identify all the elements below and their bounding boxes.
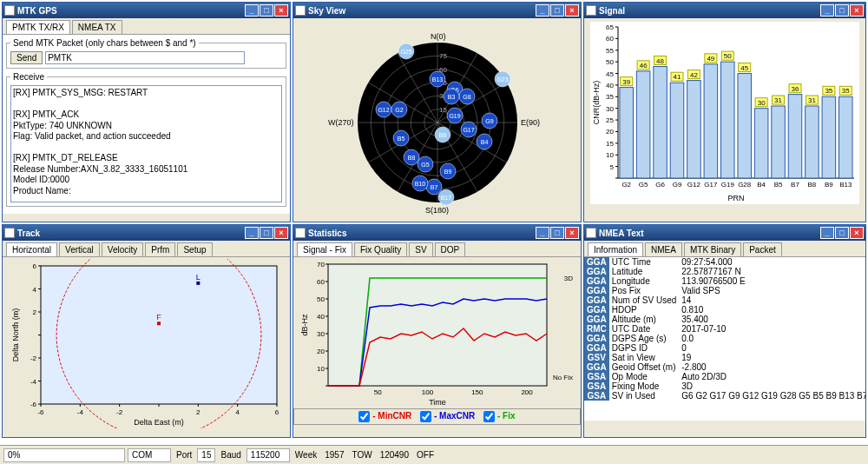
tab-fix-quality[interactable]: Fix Quality	[354, 242, 407, 256]
svg-text:10: 10	[317, 365, 325, 373]
nmea-row[interactable]: GGALongitude113.90766500 E	[584, 276, 865, 286]
titlebar-signal[interactable]: Signal _ □ ×	[584, 3, 865, 18]
nmea-row[interactable]: GGAAltitude (m)35.400	[584, 315, 865, 324]
svg-text:B13: B13	[431, 76, 443, 83]
signal-icon	[586, 5, 596, 16]
svg-text:2: 2	[32, 308, 36, 316]
close-button[interactable]: ×	[565, 227, 579, 239]
progress-pct: 0%	[8, 450, 20, 460]
nmea-row[interactable]: RMCUTC Date2017-07-10	[584, 324, 865, 334]
send-combo[interactable]	[45, 51, 245, 64]
maximize-button[interactable]: □	[550, 227, 564, 239]
mtk-body: Send MTK Packet (only chars between $ an…	[3, 35, 290, 214]
nmea-row[interactable]: GGAUTC Time09:27:54.000	[584, 257, 865, 267]
svg-text:-2: -2	[116, 408, 123, 416]
svg-text:B5: B5	[774, 181, 783, 189]
nmea-row[interactable]: GGAHDOP0.810	[584, 305, 865, 315]
nmea-scroll[interactable]: GGAUTC Time09:27:54.000GGALatitude22.578…	[584, 257, 865, 421]
svg-text:-4: -4	[30, 378, 36, 386]
nmea-row[interactable]: GSVSat in View19	[584, 353, 865, 362]
svg-text:W(270): W(270)	[328, 118, 354, 127]
tab-mtk-binary[interactable]: MTK Binary	[684, 242, 741, 256]
tab-sv[interactable]: SV	[409, 242, 432, 256]
nmea-row[interactable]: GGALatitude22.57877167 N	[584, 267, 865, 276]
receive-legend: Receive	[10, 72, 47, 82]
nmea-row[interactable]: GSAFixing Mode3D	[584, 381, 865, 391]
svg-text:150: 150	[471, 388, 483, 396]
tab-velocity[interactable]: Velocity	[102, 242, 143, 256]
minimize-button[interactable]: _	[820, 4, 834, 17]
svg-text:40: 40	[317, 313, 325, 321]
receive-textarea[interactable]: [RX] PMTK_SYS_MSG: RESTART [RX] PMTK_ACK…	[10, 85, 282, 202]
nmea-row[interactable]: GGADGPS Age (s)0.0	[584, 334, 865, 343]
tab-setup[interactable]: Setup	[177, 242, 212, 256]
svg-text:-2: -2	[30, 355, 36, 362]
minimize-button[interactable]: _	[820, 227, 834, 239]
svg-text:75: 75	[439, 52, 447, 60]
titlebar-nmea[interactable]: NMEA Text _ □ ×	[584, 225, 865, 241]
tab-pmtk-txrx[interactable]: PMTK TX/RX	[6, 20, 70, 34]
maximize-button[interactable]: □	[835, 227, 849, 239]
svg-rect-104	[654, 67, 667, 178]
maximize-button[interactable]: □	[550, 4, 564, 17]
minimize-button[interactable]: _	[245, 4, 259, 17]
svg-text:46: 46	[640, 62, 648, 70]
tab-prfm[interactable]: Prfm	[145, 242, 175, 256]
tab-information[interactable]: Information	[588, 242, 643, 256]
tab-signal-fix[interactable]: Signal - Fix	[297, 242, 352, 256]
svg-text:No Fix: No Fix	[552, 374, 572, 381]
tab-horizontal[interactable]: Horizontal	[6, 242, 57, 256]
svg-text:G19: G19	[449, 113, 460, 119]
maximize-button[interactable]: □	[835, 4, 849, 17]
svg-text:B9: B9	[825, 181, 833, 189]
close-button[interactable]: ×	[565, 4, 579, 17]
svg-text:B7: B7	[430, 184, 437, 190]
legend-check-MinCNR[interactable]	[358, 411, 370, 422]
maximize-button[interactable]: □	[260, 227, 273, 239]
nmea-row[interactable]: GSASV in UsedG6 G2 G17 G9 G12 G19 G28 G5…	[584, 391, 865, 401]
tab-packet[interactable]: Packet	[743, 242, 782, 256]
svg-text:50: 50	[373, 388, 381, 396]
titlebar-sky[interactable]: Sky View _ □ ×	[293, 3, 581, 18]
com-combo[interactable]: COM	[128, 448, 171, 462]
nmea-row[interactable]: GGAGeoid Offset (m)-2.800	[584, 362, 865, 372]
window-signal: Signal _ □ × 510152025303540455055606539…	[583, 2, 866, 222]
nmea-row[interactable]: GGAPos FixValid SPS	[584, 286, 865, 295]
svg-text:-6: -6	[37, 408, 44, 416]
send-button[interactable]: Send	[10, 51, 43, 64]
legend-check-MaxCNR[interactable]	[420, 411, 431, 422]
tab-dop[interactable]: DOP	[435, 242, 466, 256]
svg-text:B10: B10	[414, 181, 425, 187]
minimize-button[interactable]: _	[536, 4, 549, 17]
svg-text:B8: B8	[808, 181, 817, 189]
titlebar-mtk[interactable]: MTK GPS _ □ ×	[3, 3, 290, 18]
maximize-button[interactable]: □	[260, 4, 273, 17]
tow-label: TOW	[349, 450, 374, 460]
titlebar-stats[interactable]: Statistics _ □ ×	[293, 225, 581, 241]
close-button[interactable]: ×	[850, 227, 864, 239]
nmea-row[interactable]: GSAOp ModeAuto 2D/3D	[584, 372, 865, 381]
svg-text:G19: G19	[721, 181, 735, 189]
svg-text:E(90): E(90)	[521, 118, 540, 127]
minimize-button[interactable]: _	[536, 227, 549, 239]
nmea-row[interactable]: GGADGPS ID0	[584, 343, 865, 353]
svg-rect-108	[670, 83, 684, 178]
legend-check-Fix[interactable]	[483, 411, 495, 422]
svg-text:60: 60	[317, 278, 325, 286]
baud-value[interactable]: 115200	[247, 448, 290, 462]
close-button[interactable]: ×	[274, 4, 288, 17]
svg-text:G2: G2	[395, 107, 403, 113]
minimize-button[interactable]: _	[245, 227, 259, 239]
svg-text:50: 50	[724, 52, 732, 60]
tab-nmea-tx[interactable]: NMEA TX	[72, 20, 122, 34]
tab-vertical[interactable]: Vertical	[59, 242, 100, 256]
stats-plot: 10203040506070501001502003DNo FixTimedB-…	[299, 259, 576, 407]
baud-label: Baud	[218, 450, 243, 460]
week-label: Week	[293, 450, 319, 460]
close-button[interactable]: ×	[850, 4, 864, 17]
titlebar-track[interactable]: Track _ □ ×	[3, 225, 290, 241]
close-button[interactable]: ×	[274, 227, 288, 239]
nmea-row[interactable]: GGANum of SV Used14	[584, 295, 865, 305]
port-value[interactable]: 15	[197, 448, 215, 462]
tab-nmea[interactable]: NMEA	[645, 242, 682, 256]
